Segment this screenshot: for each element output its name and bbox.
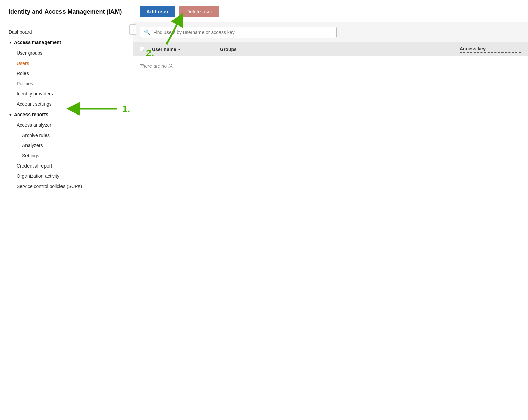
- sidebar-item-roles[interactable]: Roles: [0, 68, 133, 78]
- sidebar-item-account-settings[interactable]: Account settings: [0, 99, 133, 109]
- app-title: Identity and Access Management (IAM): [0, 0, 133, 21]
- column-header-accesskey: Access key: [460, 46, 521, 53]
- sidebar-divider: [8, 21, 124, 21]
- sidebar-item-user-groups[interactable]: User groups: [0, 48, 133, 58]
- sort-icon: ▼: [178, 48, 181, 51]
- sidebar-item-dashboard[interactable]: Dashboard: [0, 27, 133, 37]
- sidebar-item-policies[interactable]: Policies: [0, 78, 133, 89]
- delete-user-button[interactable]: Delete user: [179, 6, 219, 17]
- select-all-checkbox[interactable]: [140, 47, 148, 52]
- add-user-button[interactable]: Add user: [140, 6, 175, 17]
- empty-state-message: There are no IA: [133, 56, 528, 75]
- sidebar-item-settings[interactable]: Settings: [0, 151, 133, 161]
- search-input[interactable]: [153, 30, 332, 35]
- sidebar-section-access-reports[interactable]: ▼ Access reports: [0, 109, 133, 120]
- column-header-groups: Groups: [220, 47, 460, 52]
- checkbox-all[interactable]: [140, 47, 144, 51]
- toolbar: Add user Delete user: [133, 0, 528, 22]
- sidebar-item-identity-providers[interactable]: Identity providers: [0, 89, 133, 99]
- search-icon: 🔍: [144, 29, 151, 35]
- search-bar-container: 🔍: [133, 22, 528, 42]
- arrow-down-icon-2: ▼: [8, 113, 12, 117]
- sidebar-collapse-button[interactable]: ‹: [129, 24, 136, 35]
- column-header-username[interactable]: User name ▼: [152, 47, 220, 52]
- search-bar: 🔍: [140, 27, 337, 38]
- sidebar-item-users[interactable]: Users: [0, 58, 133, 68]
- sidebar: Identity and Access Management (IAM) Das…: [0, 0, 133, 420]
- sidebar-item-credential-report[interactable]: Credential report: [0, 161, 133, 171]
- sidebar-item-archive-rules[interactable]: Archive rules: [0, 130, 133, 140]
- arrow-down-icon: ▼: [8, 41, 12, 45]
- main-content: Add user Delete user 🔍 User name ▼ Group…: [133, 0, 528, 420]
- sidebar-item-access-analyzer[interactable]: Access analyzer: [0, 120, 133, 130]
- sidebar-item-organization-activity[interactable]: Organization activity: [0, 171, 133, 181]
- table-header: User name ▼ Groups Access key: [133, 42, 528, 56]
- sidebar-item-analyzers[interactable]: Analyzers: [0, 140, 133, 151]
- sidebar-section-access-management[interactable]: ▼ Access management: [0, 37, 133, 48]
- sidebar-item-service-control-policies[interactable]: Service control policies (SCPs): [0, 181, 133, 191]
